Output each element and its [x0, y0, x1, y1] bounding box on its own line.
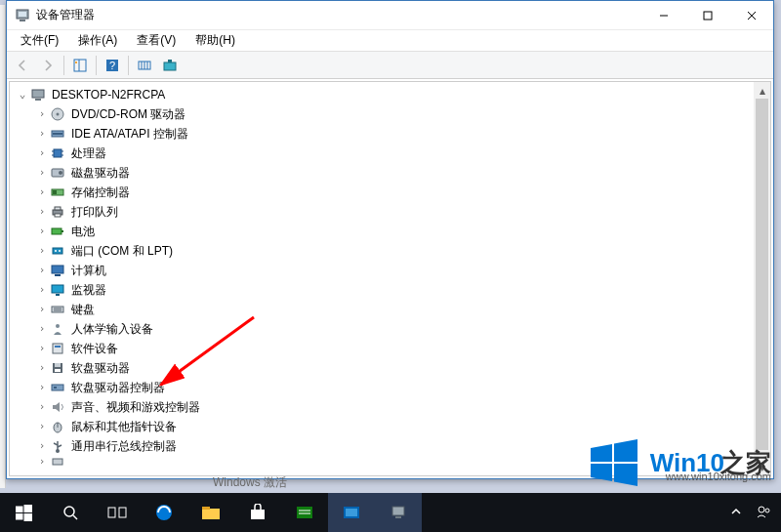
software-icon	[50, 341, 65, 356]
taskbar[interactable]	[0, 493, 781, 532]
collapse-icon[interactable]: ⌄	[16, 85, 29, 104]
expand-icon[interactable]: ›	[35, 358, 49, 378]
taskbar-store[interactable]	[234, 493, 281, 532]
scroll-thumb[interactable]	[756, 99, 768, 450]
expand-icon[interactable]: ›	[35, 261, 49, 280]
scroll-track[interactable]	[754, 99, 770, 459]
expand-icon[interactable]: ›	[35, 319, 49, 339]
toolbar-separator	[128, 56, 129, 75]
tree-item[interactable]: ›磁盘驱动器	[16, 163, 754, 183]
taskbar-app1[interactable]	[281, 493, 328, 532]
taskbar-edge[interactable]	[141, 493, 187, 532]
taskbar-app2[interactable]	[328, 493, 375, 532]
menu-action[interactable]: 操作(A)	[70, 30, 125, 51]
expand-icon[interactable]: ›	[35, 183, 49, 202]
toolbar-separator	[96, 56, 97, 75]
tree-item[interactable]: ›IDE ATA/ATAPI 控制器	[16, 124, 754, 143]
show-hide-tree-button[interactable]	[68, 54, 92, 77]
port-icon	[50, 243, 65, 259]
ide-icon	[50, 126, 65, 142]
tree-item-label: 声音、视频和游戏控制器	[69, 397, 202, 417]
svg-rect-44	[56, 294, 60, 296]
tree-item[interactable]: ›打印队列	[16, 202, 754, 222]
taskbar-device-manager[interactable]	[375, 493, 422, 532]
tree-item[interactable]: ›电池	[16, 222, 754, 241]
tree-item[interactable]: ›声音、视频和游戏控制器	[16, 397, 754, 417]
expand-icon[interactable]: ›	[35, 339, 49, 358]
tray-people-icon[interactable]	[756, 504, 771, 522]
svg-rect-71	[119, 508, 126, 517]
expand-icon[interactable]: ›	[35, 436, 49, 456]
svg-point-39	[55, 250, 57, 252]
sound-icon	[50, 399, 65, 415]
help-button[interactable]: ?	[101, 54, 124, 77]
svg-rect-38	[53, 248, 62, 254]
svg-point-21	[57, 113, 60, 116]
tree-item[interactable]: ›软盘驱动器	[16, 358, 754, 378]
tree-item[interactable]: ›监视器	[16, 280, 754, 300]
expand-icon[interactable]: ›	[35, 456, 49, 468]
svg-point-30	[59, 171, 62, 175]
tray-up-icon[interactable]	[730, 506, 742, 520]
search-button[interactable]	[47, 493, 94, 532]
expand-icon[interactable]: ›	[35, 241, 49, 261]
tree-item-label: 鼠标和其他指针设备	[69, 417, 179, 436]
tree-item-label: 软盘驱动器控制器	[69, 378, 167, 397]
svg-rect-52	[55, 363, 61, 367]
expand-icon[interactable]: ›	[35, 143, 49, 163]
maximize-button[interactable]	[685, 1, 729, 30]
taskbar-tray[interactable]	[720, 504, 781, 522]
taskbar-explorer[interactable]	[187, 493, 234, 532]
properties-button[interactable]	[158, 54, 182, 77]
svg-rect-23	[53, 133, 62, 135]
tree-item-label: 通用串行总线控制器	[69, 436, 179, 456]
battery-icon	[50, 224, 65, 239]
expand-icon[interactable]: ›	[35, 378, 49, 397]
expand-icon[interactable]: ›	[35, 222, 49, 241]
forward-button	[36, 54, 60, 77]
tree-item[interactable]: ›人体学输入设备	[16, 319, 754, 339]
tree-item[interactable]: ›存储控制器	[16, 183, 754, 202]
expand-icon[interactable]: ›	[35, 397, 49, 417]
tree-item-label: 人体学输入设备	[69, 319, 155, 339]
tree-item[interactable]: ›计算机	[16, 261, 754, 280]
menu-help[interactable]: 帮助(H)	[187, 30, 243, 51]
svg-rect-65	[23, 505, 32, 512]
vertical-scrollbar[interactable]: ▴ ▾	[754, 82, 770, 475]
task-view-button[interactable]	[94, 493, 141, 532]
close-button[interactable]	[729, 1, 773, 30]
expand-icon[interactable]: ›	[35, 163, 49, 183]
svg-rect-50	[55, 346, 61, 348]
floppy-icon	[50, 360, 65, 376]
tree-item[interactable]: ›键盘	[16, 300, 754, 319]
svg-rect-67	[23, 513, 32, 521]
tree-item[interactable]: ›处理器	[16, 143, 754, 163]
svg-rect-49	[53, 344, 62, 353]
tree-item[interactable]: ›软件设备	[16, 339, 754, 358]
svg-rect-17	[168, 60, 172, 62]
expand-icon[interactable]: ›	[35, 417, 49, 436]
tree-item[interactable]: ›端口 (COM 和 LPT)	[16, 241, 754, 261]
minimize-button[interactable]	[641, 1, 685, 30]
toolbar-separator	[63, 56, 64, 75]
tree-item[interactable]: ›鼠标和其他指针设备	[16, 417, 754, 436]
back-button	[11, 54, 34, 77]
expand-icon[interactable]: ›	[35, 300, 49, 319]
expand-icon[interactable]: ›	[35, 280, 49, 300]
svg-rect-4	[704, 12, 712, 20]
tree-viewport[interactable]: ⌄ DESKTOP-N2FRCPA ›DVD/CD-ROM 驱动器 ›IDE A…	[10, 82, 754, 475]
svg-rect-32	[53, 190, 57, 194]
tree-item[interactable]: ›DVD/CD-ROM 驱动器	[16, 104, 754, 124]
tree-item-highlighted[interactable]: ›软盘驱动器控制器	[16, 378, 754, 397]
expand-icon[interactable]: ›	[35, 124, 49, 143]
scroll-up-button[interactable]: ▴	[754, 82, 770, 99]
titlebar[interactable]: 设备管理器	[7, 1, 773, 30]
scan-hardware-button[interactable]	[133, 54, 156, 77]
tree-root-node[interactable]: ⌄ DESKTOP-N2FRCPA	[16, 85, 754, 104]
expand-icon[interactable]: ›	[35, 202, 49, 222]
menu-view[interactable]: 查看(V)	[129, 30, 184, 51]
svg-rect-19	[35, 99, 41, 101]
start-button[interactable]	[0, 493, 47, 532]
expand-icon[interactable]: ›	[35, 104, 49, 124]
menu-file[interactable]: 文件(F)	[13, 30, 66, 51]
